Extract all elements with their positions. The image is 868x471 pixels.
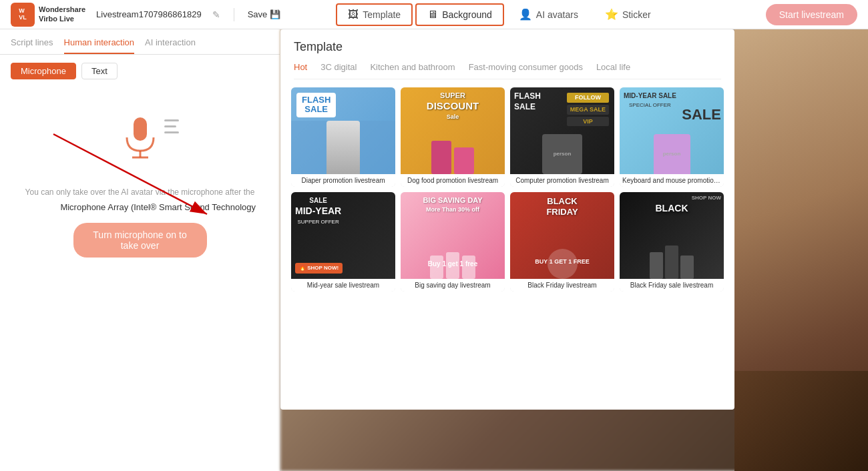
stream-name: Livestream1707986861829 [96, 9, 202, 19]
ai-avatars-tab-label: AI avatars [536, 9, 578, 20]
interaction-tabs: Microphone Text [0, 55, 280, 87]
tab-sticker[interactable]: ⭐ Sticker [593, 3, 663, 26]
script-tabs: Script lines Human interaction AI intera… [0, 29, 280, 55]
template-card-7[interactable]: BLACKFRIDAY BUY 1 GET 1 FREE Black Frida… [510, 192, 614, 292]
microphone-icon [120, 114, 160, 163]
mic-icon-wrap [120, 114, 160, 163]
save-icon: 💾 [270, 9, 280, 19]
script-lines-tab[interactable]: Script lines [11, 37, 53, 54]
start-livestream-button[interactable]: Start livestream [766, 4, 857, 25]
card-4-label: Keyboard and mouse promotion l... [620, 174, 724, 187]
card-3-label: Computer promotion livestream [510, 174, 614, 187]
cat-kitchen[interactable]: Kitchen and bathroom [370, 62, 455, 72]
microphone-section: You can only take over the AI avatar via… [0, 87, 280, 271]
ai-avatar-icon: 👤 [519, 8, 532, 21]
template-icon: 🖼 [348, 9, 359, 21]
edit-icon[interactable]: ✎ [212, 9, 220, 20]
divider [234, 8, 234, 21]
template-panel: Template Hot 3C digital Kitchen and bath… [280, 29, 734, 410]
card-8-image: SHOP NOW BLACK [620, 192, 724, 279]
ai-interaction-tab[interactable]: AI interaction [145, 37, 196, 54]
template-card-4[interactable]: MID-YEAR SALESPECIAL OFFER SALE person K… [620, 87, 724, 187]
takeover-button[interactable]: Turn microphone on to take over [73, 223, 207, 258]
sound-lines [164, 119, 179, 133]
cat-fmcg[interactable]: Fast-moving consumer goods [469, 62, 583, 72]
text-tab[interactable]: Text [81, 63, 118, 79]
topbar: WVL Wondershare Virbo Live Livestream170… [0, 0, 868, 29]
tab-template[interactable]: 🖼 Template [336, 3, 413, 26]
card-4-image: MID-YEAR SALESPECIAL OFFER SALE person [620, 87, 724, 174]
template-card-1[interactable]: FLASHSALE Diaper promotion livestream [291, 87, 395, 187]
template-card-5[interactable]: SALEMID-YEARSUPPER OFFER 🔥 SHOP NOW! Mid… [291, 192, 395, 292]
right-content: Template Hot 3C digital Kitchen and bath… [280, 29, 868, 471]
app-logo: WVL [11, 3, 35, 27]
card-3-image: FLASHSALE FOLLOW MEGA SALE VIP person [510, 87, 614, 174]
cat-3c-digital[interactable]: 3C digital [320, 62, 357, 72]
card-6-image: BIG SAVING DAYMore Than 30% off Buy 1 ge… [401, 192, 505, 279]
card-7-label: Black Friday livestream [510, 279, 614, 292]
template-grid: FLASHSALE Diaper promotion livestream SU… [280, 79, 734, 300]
mic-svg [120, 114, 160, 161]
logo-area: WVL Wondershare Virbo Live [11, 3, 85, 27]
nav-tabs: 🖼 Template 🖥 Background 👤 AI avatars ⭐ S… [336, 3, 662, 26]
sticker-tab-label: Sticker [622, 9, 651, 20]
save-label: Save [248, 9, 268, 19]
background-icon: 🖥 [427, 9, 438, 21]
template-card-2[interactable]: SUPERDISCOUNTSale Dog food promotion liv… [401, 87, 505, 187]
template-card-8[interactable]: SHOP NOW BLACK Black Friday sale livestr… [620, 192, 724, 292]
card-8-label: Black Friday sale livestream [620, 279, 724, 292]
template-categories: Hot 3C digital Kitchen and bathroom Fast… [294, 62, 721, 79]
mic-info-text: You can only take over the AI avatar via… [25, 187, 255, 197]
template-card-6[interactable]: BIG SAVING DAYMore Than 30% off Buy 1 ge… [401, 192, 505, 292]
background-preview [734, 29, 868, 471]
left-panel: Script lines Human interaction AI intera… [0, 29, 280, 471]
template-card-3[interactable]: FLASHSALE FOLLOW MEGA SALE VIP person Co… [510, 87, 614, 187]
card-5-image: SALEMID-YEARSUPPER OFFER 🔥 SHOP NOW! [291, 192, 395, 279]
template-header: Template Hot 3C digital Kitchen and bath… [280, 29, 734, 79]
sticker-icon: ⭐ [605, 8, 618, 21]
svg-rect-0 [134, 117, 147, 141]
card-2-image: SUPERDISCOUNTSale [401, 87, 505, 174]
background-tab-label: Background [442, 9, 492, 20]
card-1-image: FLASHSALE [291, 87, 395, 174]
human-interaction-tab[interactable]: Human interaction [64, 37, 135, 54]
card-1-label: Diaper promotion livestream [291, 174, 395, 187]
template-tab-label: Template [363, 9, 401, 20]
microphone-tab[interactable]: Microphone [11, 63, 76, 79]
tab-ai-avatars[interactable]: 👤 AI avatars [507, 3, 590, 26]
card-2-label: Dog food promotion livestream [401, 174, 505, 187]
app-name: Wondershare Virbo Live [39, 5, 85, 23]
card-6-label: Big saving day livestream [401, 279, 505, 292]
tab-background[interactable]: 🖥 Background [415, 3, 504, 26]
cat-hot[interactable]: Hot [294, 62, 307, 72]
main-area: Script lines Human interaction AI intera… [0, 29, 868, 471]
card-7-image: BLACKFRIDAY BUY 1 GET 1 FREE [510, 192, 614, 279]
mic-device-name: Microphone Array (Intel® Smart Sound Tec… [13, 202, 266, 212]
save-button[interactable]: Save 💾 [248, 9, 281, 19]
template-title: Template [294, 40, 721, 54]
cat-local[interactable]: Local life [596, 62, 630, 72]
card-5-label: Mid-year sale livestream [291, 279, 395, 292]
